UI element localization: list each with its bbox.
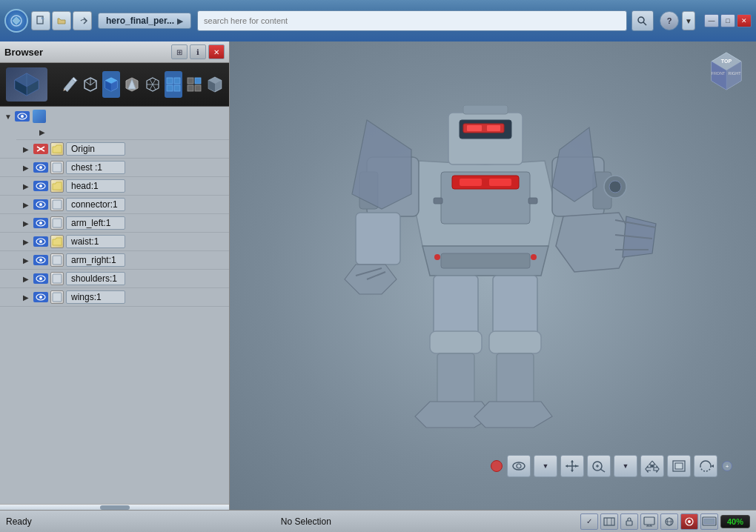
svg-rect-75 <box>487 125 500 131</box>
help-button[interactable]: ? <box>660 11 679 30</box>
svg-point-104 <box>434 254 440 260</box>
menu-arrow-btn[interactable]: ▼ <box>682 11 695 30</box>
svg-rect-122 <box>644 517 654 525</box>
eye-icon-shoulders[interactable] <box>33 273 48 284</box>
pan-btn[interactable] <box>560 455 584 477</box>
redo-btn[interactable] <box>73 11 92 30</box>
eye-icon-chest[interactable] <box>33 162 48 173</box>
root-layer-icon <box>33 110 46 123</box>
tree-item-origin[interactable]: ▶ Origin <box>0 140 229 159</box>
minimize-button[interactable]: — <box>704 14 719 27</box>
item-label-shoulders: shoulders:1 <box>66 272 125 285</box>
expand-btn-connector[interactable]: ▶ <box>21 199 31 210</box>
tree-item-sub[interactable]: ▶ <box>16 124 229 140</box>
new-btn[interactable] <box>31 11 50 30</box>
zoom-dropdown-btn[interactable]: ▼ <box>614 455 637 477</box>
viewport-expand-btn[interactable]: + <box>722 461 732 471</box>
svg-marker-99 <box>474 402 552 428</box>
browser-info-btn[interactable]: ℹ <box>190 44 206 59</box>
rotate-view-btn[interactable] <box>694 455 717 477</box>
search-button[interactable] <box>631 10 654 31</box>
item-label-head: head:1 <box>66 179 125 193</box>
tree-item-waist[interactable]: ▶ waist:1 <box>0 233 229 251</box>
move-btn[interactable] <box>640 455 664 477</box>
expand-btn-waist[interactable]: ▶ <box>21 236 31 247</box>
small-cube-btn[interactable] <box>206 71 224 98</box>
tree-item-arm_right[interactable]: ▶ arm_right:1 <box>0 251 229 270</box>
box-icon-shoulders <box>50 272 64 285</box>
expand-btn-arm_right[interactable]: ▶ <box>21 255 31 265</box>
grid4-btn[interactable] <box>165 71 182 98</box>
lock-icon-btn[interactable] <box>620 513 638 530</box>
browser-close-btn[interactable]: ✕ <box>208 44 225 59</box>
sub-expand-btn[interactable]: ▶ <box>37 127 47 137</box>
svg-rect-24 <box>167 85 173 91</box>
maximize-button[interactable]: □ <box>720 14 735 27</box>
box-icon-origin <box>50 142 64 156</box>
browser-grid-btn[interactable]: ⊞ <box>171 44 188 59</box>
tree-item-shoulders[interactable]: ▶ shoulders:1 <box>0 270 229 288</box>
app-cube-icon <box>6 67 47 102</box>
scroll-indicator[interactable] <box>0 504 229 510</box>
tree-item-arm_left[interactable]: ▶ arm_left:1 <box>0 214 229 233</box>
pencil-tool-btn[interactable] <box>61 71 79 98</box>
cube-outline-btn[interactable] <box>82 71 99 98</box>
cone-tool-btn[interactable] <box>123 71 141 98</box>
root-expand-btn[interactable]: ▼ <box>3 111 13 122</box>
grid-select-btn[interactable] <box>185 71 203 98</box>
eye-icon-arm_left[interactable] <box>33 218 48 228</box>
svg-text:TOP: TOP <box>721 59 732 64</box>
svg-point-46 <box>39 222 42 225</box>
orbit-dropdown-btn[interactable]: ▼ <box>534 455 557 477</box>
search-input[interactable] <box>197 10 627 31</box>
mesh-tool-btn[interactable] <box>144 71 162 98</box>
3d-viewport[interactable]: TOP RIGHT FRONT <box>230 41 756 510</box>
monitor-icon-btn[interactable] <box>700 513 718 530</box>
active-icon-btn[interactable] <box>680 513 698 530</box>
ready-status: Ready <box>6 516 32 527</box>
zoom-btn[interactable] <box>587 455 611 477</box>
svg-rect-91 <box>441 253 530 268</box>
root-eye-icon[interactable] <box>15 111 30 122</box>
frame-btn[interactable] <box>667 455 691 477</box>
eye-icon-origin[interactable] <box>33 144 48 154</box>
svg-point-49 <box>39 240 42 243</box>
svg-rect-39 <box>53 163 62 172</box>
svg-rect-76 <box>463 105 508 114</box>
svg-line-12 <box>84 81 90 85</box>
expand-btn-chest[interactable]: ▶ <box>21 162 31 173</box>
screen-icon-btn[interactable] <box>640 513 658 530</box>
nav-cube[interactable]: TOP RIGHT FRONT <box>704 49 749 93</box>
tree-item-chest[interactable]: ▶ chest :1 <box>0 159 229 177</box>
eye-icon-arm_right[interactable] <box>33 255 48 265</box>
expand-btn-arm_left[interactable]: ▶ <box>21 218 31 228</box>
expand-btn-head[interactable]: ▶ <box>21 181 31 191</box>
tree-item-head[interactable]: ▶ head:1 <box>0 177 229 196</box>
quick-access-group <box>31 11 92 30</box>
eye-icon-head[interactable] <box>33 181 48 191</box>
svg-rect-92 <box>434 276 478 335</box>
world-icon-btn[interactable] <box>660 513 678 530</box>
svg-text:RIGHT: RIGHT <box>728 71 741 76</box>
zoom-badge[interactable]: 40% <box>720 515 750 528</box>
eye-icon-waist[interactable] <box>33 236 48 247</box>
svg-rect-79 <box>356 213 400 265</box>
eye-icon-connector[interactable] <box>33 199 48 210</box>
browser-header: Browser ⊞ ℹ ✕ <box>0 41 229 63</box>
approve-icon-btn[interactable]: ✓ <box>580 513 598 530</box>
expand-btn-wings[interactable]: ▶ <box>21 292 31 302</box>
tree-item-connector[interactable]: ▶ connector:1 <box>0 196 229 214</box>
orbit-btn[interactable] <box>507 455 531 477</box>
open-btn[interactable] <box>52 11 71 30</box>
resize-icon-btn[interactable] <box>600 513 618 530</box>
box-icon-arm_right <box>50 253 64 267</box>
svg-rect-98 <box>497 353 534 405</box>
eye-icon-wings[interactable] <box>33 292 48 302</box>
close-button[interactable]: ✕ <box>737 14 752 27</box>
cube-solid-btn[interactable] <box>102 71 120 98</box>
expand-btn-shoulders[interactable]: ▶ <box>21 273 31 284</box>
expand-btn-origin[interactable]: ▶ <box>21 144 31 154</box>
box-icon-head <box>50 179 64 193</box>
tree-item-wings[interactable]: ▶ wings:1 <box>0 288 229 307</box>
close-icon-small[interactable] <box>491 460 503 472</box>
